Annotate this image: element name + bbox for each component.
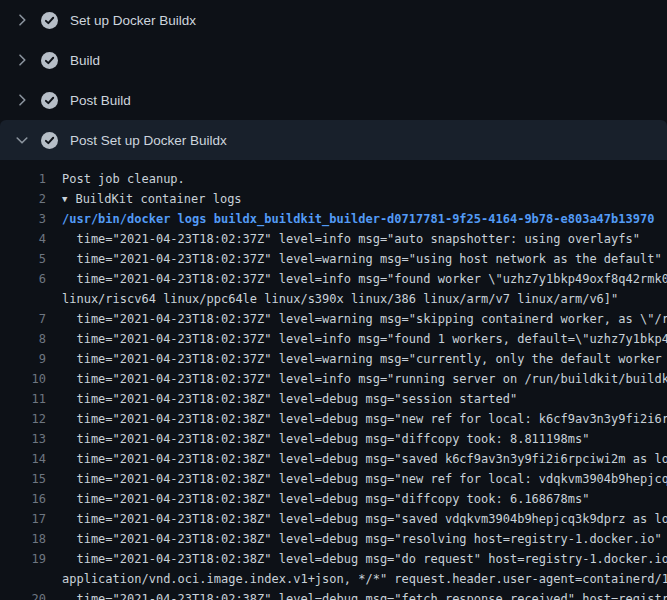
log-text: time="2021-04-23T18:02:38Z" level=debug … [46, 449, 667, 469]
log-line: 5 time="2021-04-23T18:02:37Z" level=warn… [0, 249, 667, 269]
log-line: 4 time="2021-04-23T18:02:37Z" level=info… [0, 229, 667, 249]
step-post-setup-docker-buildx[interactable]: Post Set up Docker Buildx [0, 120, 667, 160]
log-line: 8 time="2021-04-23T18:02:37Z" level=info… [0, 329, 667, 349]
log-text: time="2021-04-23T18:02:38Z" level=debug … [46, 389, 517, 409]
log-line: 19 time="2021-04-23T18:02:38Z" level=deb… [0, 549, 667, 569]
check-circle-icon [41, 92, 58, 109]
line-number[interactable]: 13 [0, 429, 46, 449]
log-line: 12 time="2021-04-23T18:02:38Z" level=deb… [0, 409, 667, 429]
log-text: time="2021-04-23T18:02:37Z" level=warnin… [46, 349, 667, 369]
log-text: time="2021-04-23T18:02:37Z" level=warnin… [46, 249, 662, 269]
line-number[interactable]: 3 [0, 209, 46, 229]
line-number[interactable]: 6 [0, 269, 46, 289]
chevron-right-icon [14, 92, 30, 108]
log-group-line[interactable]: 2▼BuildKit container logs [0, 189, 667, 209]
check-circle-icon [41, 132, 58, 149]
log-text: time="2021-04-23T18:02:37Z" level=info m… [46, 229, 640, 249]
line-number[interactable]: 16 [0, 489, 46, 509]
line-number[interactable]: 5 [0, 249, 46, 269]
log-text: application/vnd.oci.image.index.v1+json,… [46, 569, 667, 589]
line-number[interactable]: 1 [0, 169, 46, 189]
log-text: ▼BuildKit container logs [46, 189, 242, 209]
step-label: Build [70, 53, 100, 68]
line-number [0, 289, 46, 309]
log-text: time="2021-04-23T18:02:38Z" level=debug … [46, 549, 667, 569]
log-line: 3/usr/bin/docker logs buildx_buildkit_bu… [0, 209, 667, 229]
line-number[interactable]: 2 [0, 189, 46, 209]
log-line: application/vnd.oci.image.index.v1+json,… [0, 569, 667, 589]
line-number[interactable]: 11 [0, 389, 46, 409]
log-line: 6 time="2021-04-23T18:02:37Z" level=info… [0, 269, 667, 289]
log-output: 1Post job cleanup.2▼BuildKit container l… [0, 160, 667, 600]
group-title: BuildKit container logs [75, 192, 241, 206]
line-number[interactable]: 7 [0, 309, 46, 329]
group-expand-icon[interactable]: ▼ [62, 189, 67, 209]
log-line: 11 time="2021-04-23T18:02:38Z" level=deb… [0, 389, 667, 409]
line-number[interactable]: 8 [0, 329, 46, 349]
log-text: Post job cleanup. [46, 169, 185, 189]
log-text: time="2021-04-23T18:02:38Z" level=debug … [46, 429, 589, 449]
step-post-build[interactable]: Post Build [0, 80, 667, 120]
chevron-down-icon [14, 132, 30, 148]
log-line: 20 time="2021-04-23T18:02:38Z" level=deb… [0, 589, 667, 600]
log-text: time="2021-04-23T18:02:37Z" level=info m… [46, 269, 667, 289]
log-text: time="2021-04-23T18:02:38Z" level=debug … [46, 469, 667, 489]
log-text: time="2021-04-23T18:02:38Z" level=debug … [46, 409, 667, 429]
log-line: 17 time="2021-04-23T18:02:38Z" level=deb… [0, 509, 667, 529]
log-line: 18 time="2021-04-23T18:02:38Z" level=deb… [0, 529, 667, 549]
line-number[interactable]: 12 [0, 409, 46, 429]
log-line: 10 time="2021-04-23T18:02:37Z" level=inf… [0, 369, 667, 389]
line-number[interactable]: 19 [0, 549, 46, 569]
line-number[interactable]: 9 [0, 349, 46, 369]
step-label: Post Build [70, 93, 131, 108]
step-label: Set up Docker Buildx [70, 13, 196, 28]
log-text: linux/riscv64 linux/ppc64le linux/s390x … [46, 289, 618, 309]
log-line: 15 time="2021-04-23T18:02:38Z" level=deb… [0, 469, 667, 489]
line-number[interactable]: 17 [0, 509, 46, 529]
line-number[interactable]: 18 [0, 529, 46, 549]
chevron-right-icon [14, 52, 30, 68]
log-line: 7 time="2021-04-23T18:02:37Z" level=warn… [0, 309, 667, 329]
line-number[interactable]: 10 [0, 369, 46, 389]
log-text: time="2021-04-23T18:02:38Z" level=debug … [46, 529, 662, 549]
log-line: 1Post job cleanup. [0, 169, 667, 189]
line-number [0, 569, 46, 589]
log-text: time="2021-04-23T18:02:38Z" level=debug … [46, 509, 667, 529]
step-setup-docker-buildx[interactable]: Set up Docker Buildx [0, 0, 667, 40]
log-text: time="2021-04-23T18:02:38Z" level=debug … [46, 589, 667, 600]
log-line: 16 time="2021-04-23T18:02:38Z" level=deb… [0, 489, 667, 509]
log-text: time="2021-04-23T18:02:38Z" level=debug … [46, 489, 589, 509]
log-line: 14 time="2021-04-23T18:02:38Z" level=deb… [0, 449, 667, 469]
log-line: 9 time="2021-04-23T18:02:37Z" level=warn… [0, 349, 667, 369]
log-text: time="2021-04-23T18:02:37Z" level=info m… [46, 369, 667, 389]
line-number[interactable]: 14 [0, 449, 46, 469]
line-number[interactable]: 4 [0, 229, 46, 249]
log-text: time="2021-04-23T18:02:37Z" level=info m… [46, 329, 667, 349]
check-circle-icon [41, 52, 58, 69]
log-text: time="2021-04-23T18:02:37Z" level=warnin… [46, 309, 667, 329]
line-number[interactable]: 20 [0, 589, 46, 600]
step-build[interactable]: Build [0, 40, 667, 80]
check-circle-icon [41, 12, 58, 29]
step-label: Post Set up Docker Buildx [70, 133, 227, 148]
step-list: Set up Docker Buildx Build Post Build [0, 0, 667, 160]
line-number[interactable]: 15 [0, 469, 46, 489]
chevron-right-icon [14, 12, 30, 28]
log-line: linux/riscv64 linux/ppc64le linux/s390x … [0, 289, 667, 309]
command-text: /usr/bin/docker logs buildx_buildkit_bui… [46, 209, 654, 229]
log-line: 13 time="2021-04-23T18:02:38Z" level=deb… [0, 429, 667, 449]
actions-log-viewer: Set up Docker Buildx Build Post Build [0, 0, 667, 600]
